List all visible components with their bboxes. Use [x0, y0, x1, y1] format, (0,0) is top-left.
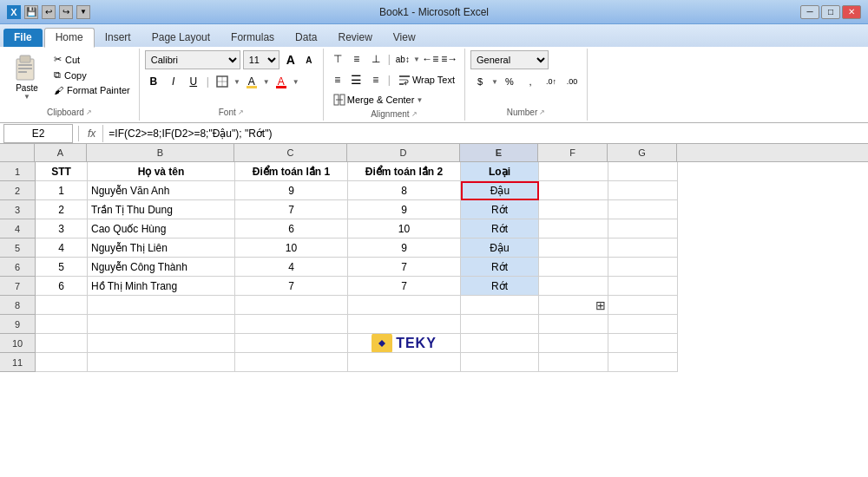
paste-dropdown-arrow[interactable]: ▼ — [23, 93, 30, 101]
cell-f1[interactable] — [539, 162, 608, 181]
cell-e2[interactable]: Đậu — [461, 181, 539, 200]
increase-decimal-button[interactable]: .0↑ — [542, 73, 561, 90]
align-top-button[interactable]: ⊤ — [329, 50, 346, 68]
cell-d1[interactable]: Điểm toán lần 2 — [348, 162, 461, 181]
cell-c4[interactable]: 6 — [235, 219, 348, 238]
indent-increase-button[interactable]: ≡→ — [441, 50, 458, 68]
font-size-select[interactable]: 11 — [243, 50, 279, 69]
cell-a1[interactable]: STT — [36, 162, 88, 181]
align-center-button[interactable]: ☰ — [348, 71, 365, 88]
cell-d10[interactable]: TEKY — [348, 334, 461, 353]
align-right-button[interactable]: ≡ — [367, 71, 385, 88]
number-format-select[interactable]: General — [470, 50, 549, 69]
col-header-b[interactable]: B — [87, 144, 234, 161]
cell-e7[interactable]: Rớt — [461, 277, 539, 296]
cell-g11[interactable] — [608, 353, 678, 372]
increase-font-size-button[interactable]: A — [282, 51, 299, 69]
cell-e5[interactable]: Đậu — [461, 238, 539, 258]
cell-d6[interactable]: 7 — [348, 258, 461, 277]
cell-f3[interactable] — [539, 200, 608, 219]
tab-view[interactable]: View — [383, 29, 426, 47]
cell-c9[interactable] — [235, 315, 348, 334]
cell-f6[interactable] — [539, 258, 608, 277]
col-header-a[interactable]: A — [35, 144, 87, 161]
cell-g4[interactable] — [608, 219, 678, 238]
tab-page-layout[interactable]: Page Layout — [141, 29, 220, 47]
cell-b9[interactable] — [88, 315, 235, 334]
cell-g8[interactable] — [608, 296, 678, 315]
tab-review[interactable]: Review — [327, 29, 382, 47]
cell-c11[interactable] — [235, 353, 348, 372]
save-quick-icon[interactable]: 💾 — [24, 5, 38, 19]
fill-color-button[interactable]: A — [243, 73, 260, 90]
currency-button[interactable]: $ — [470, 73, 490, 90]
restore-button[interactable]: □ — [821, 5, 840, 19]
cell-b7[interactable]: Hồ Thị Minh Trang — [88, 277, 235, 296]
tab-formulas[interactable]: Formulas — [220, 29, 285, 47]
cell-d8[interactable] — [348, 296, 461, 315]
row-header-9[interactable]: 9 — [0, 315, 35, 334]
cell-e4[interactable]: Rớt — [461, 219, 539, 238]
cell-b3[interactable]: Trần Tị Thu Dung — [88, 200, 235, 219]
cell-c3[interactable]: 7 — [235, 200, 348, 219]
tab-data[interactable]: Data — [285, 29, 327, 47]
align-middle-button[interactable]: ≡ — [348, 50, 365, 68]
redo-quick-icon[interactable]: ↪ — [59, 5, 73, 19]
col-header-d[interactable]: D — [347, 144, 460, 161]
border-dropdown[interactable]: ▼ — [233, 78, 240, 86]
row-header-4[interactable]: 4 — [0, 219, 35, 238]
cell-c5[interactable]: 10 — [235, 238, 348, 258]
row-header-5[interactable]: 5 — [0, 238, 35, 258]
minimize-button[interactable]: ─ — [800, 5, 819, 19]
row-header-1[interactable]: 1 — [0, 162, 35, 181]
cell-e1[interactable]: Loại — [461, 162, 539, 181]
row-header-8[interactable]: 8 — [0, 296, 35, 315]
cell-e8[interactable] — [461, 296, 539, 315]
font-name-select[interactable]: Calibri — [145, 50, 240, 69]
cell-f10[interactable] — [539, 334, 608, 353]
row-header-10[interactable]: 10 — [0, 334, 35, 353]
col-header-e[interactable]: E — [460, 144, 538, 161]
customize-quick-icon[interactable]: ▼ — [76, 5, 90, 19]
cell-c7[interactable]: 7 — [235, 277, 348, 296]
row-header-7[interactable]: 7 — [0, 277, 35, 296]
number-expand-icon[interactable]: ↗ — [539, 108, 545, 116]
cell-c1[interactable]: Điểm toán lần 1 — [235, 162, 348, 181]
paste-button[interactable]: Paste ▼ — [5, 50, 49, 102]
row-header-2[interactable]: 2 — [0, 181, 35, 200]
merge-center-dropdown[interactable]: ▼ — [416, 96, 423, 104]
wrap-text-button[interactable]: Wrap Text — [394, 72, 459, 88]
cell-g10[interactable] — [608, 334, 678, 353]
cell-c10[interactable] — [235, 334, 348, 353]
format-painter-button[interactable]: 🖌 Format Painter — [50, 83, 134, 97]
text-direction-button[interactable]: ab↕ — [394, 50, 411, 68]
cell-b4[interactable]: Cao Quốc Hùng — [88, 219, 235, 238]
paste-options-icon[interactable]: ⊞ — [595, 298, 606, 312]
close-button[interactable]: ✕ — [842, 5, 861, 19]
alignment-expand-icon[interactable]: ↗ — [411, 110, 418, 118]
bold-button[interactable]: B — [145, 73, 162, 90]
cell-a2[interactable]: 1 — [36, 181, 88, 200]
cell-b8[interactable] — [88, 296, 235, 315]
underline-button[interactable]: U — [185, 73, 202, 90]
comma-button[interactable]: , — [521, 73, 540, 90]
align-left-button[interactable]: ≡ — [329, 71, 346, 88]
cell-g6[interactable] — [608, 258, 678, 277]
tab-insert[interactable]: Insert — [95, 29, 141, 47]
cell-f2[interactable] — [539, 181, 608, 200]
cell-e6[interactable]: Rớt — [461, 258, 539, 277]
font-color-button[interactable]: A — [273, 73, 290, 90]
cell-d4[interactable]: 10 — [348, 219, 461, 238]
font-color-dropdown[interactable]: ▼ — [293, 78, 299, 86]
function-button[interactable]: fx — [84, 127, 99, 140]
undo-quick-icon[interactable]: ↩ — [42, 5, 56, 19]
font-expand-icon[interactable]: ↗ — [238, 108, 244, 116]
cell-d11[interactable] — [348, 353, 461, 372]
cell-g5[interactable] — [608, 238, 678, 258]
cell-b10[interactable] — [88, 334, 235, 353]
percent-button[interactable]: % — [500, 73, 519, 90]
text-dir-dropdown[interactable]: ▼ — [413, 56, 420, 63]
cell-g7[interactable] — [608, 277, 678, 296]
cell-c2[interactable]: 9 — [235, 181, 348, 200]
cell-g1[interactable] — [608, 162, 678, 181]
